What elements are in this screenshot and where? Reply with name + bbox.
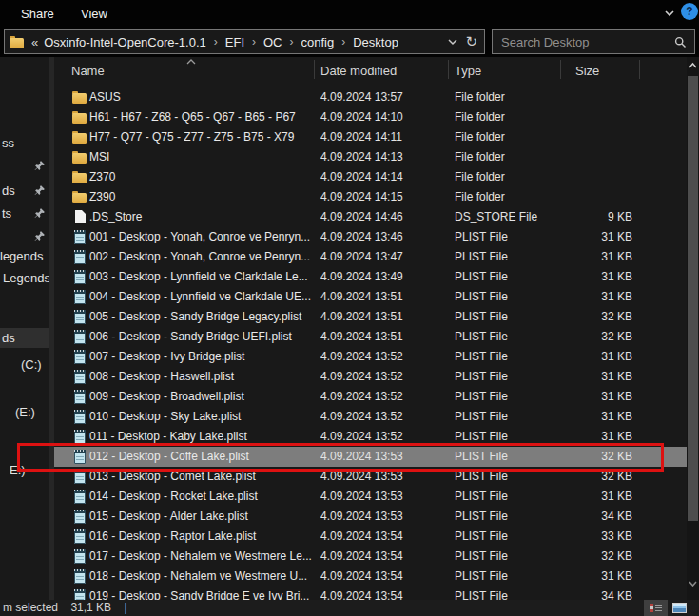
- column-header-type[interactable]: Type: [455, 64, 481, 78]
- menu-bar: Share View ?: [0, 0, 699, 27]
- breadcrumb-item[interactable]: EFI: [225, 35, 244, 49]
- file-size: 32 KB: [560, 447, 636, 467]
- search-icon[interactable]: [674, 36, 687, 48]
- file-date: 4.09.2024 14:14: [320, 167, 455, 187]
- sidebar-item[interactable]: E:): [0, 460, 49, 480]
- status-selected-label: m selected: [3, 601, 58, 614]
- plist-icon: [72, 507, 87, 527]
- details-view-button[interactable]: [644, 600, 668, 616]
- refresh-icon[interactable]: ↻: [465, 30, 477, 53]
- sidebar: ssdstslegendsLegendsds(C:)(E:)E:): [0, 57, 49, 600]
- pin-icon: [34, 207, 46, 219]
- sidebar-item[interactable]: legends: [0, 246, 49, 266]
- breadcrumb-item[interactable]: OC: [263, 35, 282, 49]
- file-row[interactable]: .DS_Store4.09.2024 14:46DS_STORE File9 K…: [54, 207, 687, 227]
- column-separator[interactable]: [314, 60, 315, 79]
- file-row[interactable]: 004 - Desktop - Lynnfield ve Clarkdale U…: [54, 287, 687, 307]
- file-name-cell: 015 - Desktop - Alder Lake.plist: [54, 507, 320, 527]
- file-row[interactable]: 011 - Desktop - Kaby Lake.plist4.09.2024…: [54, 427, 687, 447]
- column-separator[interactable]: [448, 60, 449, 79]
- file-date: 4.09.2024 14:11: [320, 127, 455, 147]
- sidebar-item[interactable]: ds: [0, 328, 49, 348]
- file-row[interactable]: 012 - Desktop - Coffe Lake.plist4.09.202…: [54, 447, 687, 467]
- file-row[interactable]: 015 - Desktop - Alder Lake.plist4.09.202…: [54, 507, 687, 527]
- menu-view[interactable]: View: [81, 7, 107, 21]
- sidebar-item[interactable]: ss: [0, 133, 49, 153]
- file-name-cell: MSI: [54, 147, 320, 167]
- file-row[interactable]: 014 - Desktop - Rocket Lake.plist4.09.20…: [54, 487, 687, 507]
- file-row[interactable]: H61 - H67 - Z68 - Q65 - Q67 - B65 - P674…: [54, 107, 687, 127]
- scrollbar-thumb[interactable]: [688, 76, 698, 521]
- address-bar[interactable]: « Osxinfo-Intel-OpenCore-1.0.1›EFI›OC›co…: [4, 29, 485, 54]
- file-row[interactable]: 009 - Desktop - Broadwell.plist4.09.2024…: [54, 387, 687, 407]
- breadcrumb-separator-icon[interactable]: ›: [252, 35, 256, 48]
- file-type: File folder: [455, 127, 560, 147]
- file-name: 009 - Desktop - Broadwell.plist: [89, 390, 244, 403]
- file-row[interactable]: 001 - Desktop - Yonah, Conroe ve Penryn.…: [54, 227, 687, 247]
- sidebar-item[interactable]: ts: [0, 203, 49, 223]
- breadcrumb-separator-icon[interactable]: ›: [214, 35, 218, 48]
- breadcrumb-item[interactable]: Osxinfo-Intel-OpenCore-1.0.1: [44, 35, 206, 49]
- scroll-down-arrow-icon[interactable]: [687, 575, 699, 592]
- plist-icon: [72, 407, 87, 427]
- breadcrumb-item[interactable]: Desktop: [353, 35, 398, 49]
- file-type: PLIST File: [455, 547, 560, 567]
- file-name-cell: 013 - Desktop - Comet Lake.plist: [54, 467, 320, 487]
- file-type: PLIST File: [455, 467, 560, 487]
- file-row[interactable]: 008 - Desktop - Haswell.plist4.09.2024 1…: [54, 367, 687, 387]
- column-header-date-modified[interactable]: Date modified: [320, 64, 397, 78]
- breadcrumb-separator-icon[interactable]: ›: [341, 35, 345, 48]
- breadcrumb-separator-icon[interactable]: ›: [290, 35, 294, 48]
- sidebar-item-label: ds: [2, 331, 15, 345]
- sidebar-item[interactable]: Legends: [0, 268, 49, 288]
- search-input[interactable]: [493, 35, 674, 49]
- sidebar-item[interactable]: (E:): [0, 402, 49, 422]
- address-dropdown-chevron-icon[interactable]: [446, 36, 459, 48]
- file-type: PLIST File: [455, 267, 560, 287]
- file-row[interactable]: 005 - Desktop - Sandy Bridge Legacy.plis…: [54, 307, 687, 327]
- file-row[interactable]: ASUS4.09.2024 13:57File folder: [54, 87, 687, 107]
- file-name: 010 - Desktop - Sky Lake.plist: [89, 410, 241, 423]
- scroll-up-arrow-icon[interactable]: [687, 57, 699, 74]
- file-row[interactable]: 013 - Desktop - Comet Lake.plist4.09.202…: [54, 467, 687, 487]
- file-row[interactable]: 017 - Desktop - Nehalem ve Westmere Le..…: [54, 547, 687, 567]
- column-header-size[interactable]: Size: [575, 64, 599, 78]
- sidebar-item[interactable]: (C:): [0, 355, 49, 375]
- sidebar-item[interactable]: [0, 156, 49, 176]
- status-bar: m selected 31,1 KB |: [0, 600, 699, 616]
- file-name-cell: 002 - Desktop - Yonah, Conroe ve Penryn.…: [54, 247, 320, 267]
- vertical-scrollbar[interactable]: [687, 57, 699, 600]
- file-row[interactable]: 006 - Desktop - Sandy Bridge UEFI.plist4…: [54, 327, 687, 347]
- file-name: 013 - Desktop - Comet Lake.plist: [89, 470, 256, 483]
- file-name-cell: 008 - Desktop - Haswell.plist: [54, 367, 320, 387]
- help-icon[interactable]: ?: [681, 3, 698, 20]
- sidebar-item[interactable]: [0, 226, 49, 246]
- file-row[interactable]: Z3904.09.2024 14:15File folder: [54, 187, 687, 207]
- file-size: 31 KB: [560, 407, 636, 427]
- file-row[interactable]: 010 - Desktop - Sky Lake.plist4.09.2024 …: [54, 407, 687, 427]
- file-row[interactable]: 016 - Desktop - Raptor Lake.plist4.09.20…: [54, 527, 687, 547]
- column-separator[interactable]: [639, 60, 640, 79]
- folder-icon: [72, 107, 87, 127]
- folder-icon: [72, 147, 87, 167]
- file-row[interactable]: 018 - Desktop - Nehalem ve Westmere U...…: [54, 567, 687, 587]
- column-separator[interactable]: [560, 60, 561, 79]
- file-row[interactable]: 002 - Desktop - Yonah, Conroe ve Penryn.…: [54, 247, 687, 267]
- file-row[interactable]: 019 - Desktop - Sandy Bridge E ve Ivy Br…: [54, 587, 687, 600]
- column-header-name[interactable]: Name: [71, 64, 105, 78]
- file-type: PLIST File: [455, 327, 560, 347]
- file-row[interactable]: MSI4.09.2024 14:13File folder: [54, 147, 687, 167]
- file-row[interactable]: H77 - Q77 - Q75 - Z77 - Z75 - B75 - X794…: [54, 127, 687, 147]
- file-row[interactable]: 007 - Desktop - Ivy Bridge.plist4.09.202…: [54, 347, 687, 367]
- breadcrumb-overflow[interactable]: «: [31, 35, 38, 49]
- menu-share[interactable]: Share: [21, 7, 54, 21]
- file-size: 31 KB: [560, 367, 636, 387]
- ribbon-expand-chevron-icon[interactable]: [663, 8, 676, 19]
- thumbnails-view-button[interactable]: [668, 600, 691, 616]
- breadcrumb-item[interactable]: config: [301, 35, 335, 49]
- sidebar-item-label: (E:): [15, 405, 35, 419]
- file-row[interactable]: 003 - Desktop - Lynnfield ve Clarkdale L…: [54, 267, 687, 287]
- sidebar-item[interactable]: ds: [0, 181, 49, 201]
- file-row[interactable]: Z3704.09.2024 14:14File folder: [54, 167, 687, 187]
- file-date: 4.09.2024 14:46: [320, 207, 455, 227]
